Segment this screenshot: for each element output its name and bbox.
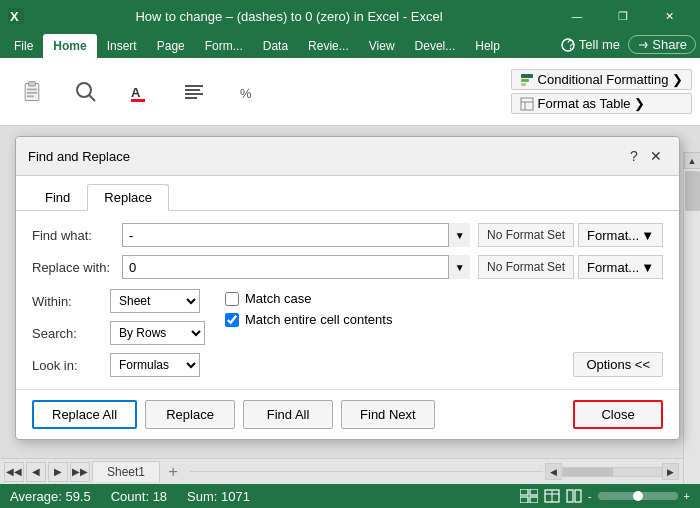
page-layout-icon[interactable] xyxy=(544,489,560,503)
find-format-group: No Format Set Format... ▼ xyxy=(478,223,663,247)
svg-rect-18 xyxy=(521,74,533,78)
close-window-button[interactable]: ✕ xyxy=(646,0,692,32)
svg-text:?: ? xyxy=(567,38,574,52)
tab-developer[interactable]: Devel... xyxy=(405,34,466,58)
match-cell-label: Match entire cell contents xyxy=(245,312,392,327)
svg-rect-27 xyxy=(530,497,538,503)
close-dialog-button[interactable]: Close xyxy=(573,400,663,429)
find-what-input[interactable] xyxy=(122,223,470,247)
match-cell-row: Match entire cell contents xyxy=(225,312,663,327)
svg-rect-6 xyxy=(27,88,37,90)
replace-input-dropdown[interactable]: ▼ xyxy=(448,255,470,279)
find-all-button[interactable]: Find All xyxy=(243,400,333,429)
svg-rect-31 xyxy=(567,490,573,502)
ribbon-body: A % Conditional Formatting ❯ xyxy=(0,58,700,126)
share-button[interactable]: Share xyxy=(628,35,696,54)
svg-text:A: A xyxy=(131,85,141,100)
grid-view-icon[interactable] xyxy=(520,489,538,503)
status-count: Count: 18 xyxy=(111,489,167,504)
replace-no-format-badge: No Format Set xyxy=(478,255,574,279)
find-format-button[interactable]: Format... ▼ xyxy=(578,223,663,247)
find-next-button[interactable]: Find Next xyxy=(341,400,435,429)
dialog-body: Find what: ▼ No Format Set Format... ▼ xyxy=(16,211,679,389)
match-case-checkbox[interactable] xyxy=(225,292,239,306)
status-right-group: - + xyxy=(520,489,690,503)
replace-all-button[interactable]: Replace All xyxy=(32,400,137,429)
zoom-minus[interactable]: - xyxy=(588,490,592,502)
svg-point-9 xyxy=(77,83,91,97)
dialog-title-text: Find and Replace xyxy=(28,149,623,164)
options-less-button[interactable]: Options << xyxy=(573,352,663,377)
status-sum: Sum: 1071 xyxy=(187,489,250,504)
options-right-group: Match case Match entire cell contents xyxy=(225,289,663,327)
replace-with-row: Replace with: ▼ No Format Set Format... … xyxy=(32,255,663,279)
paste-button[interactable] xyxy=(8,65,56,119)
tab-home[interactable]: Home xyxy=(43,34,96,58)
content-area: ▲ ◀◀ ◀ ▶ ▶▶ Sheet1 + ◀ ▶ xyxy=(0,126,700,508)
find-input-wrap: ▼ xyxy=(122,223,470,247)
tab-file[interactable]: File xyxy=(4,34,43,58)
tab-insert[interactable]: Insert xyxy=(97,34,147,58)
tab-find[interactable]: Find xyxy=(28,184,87,211)
dialog-tabs: Find Replace xyxy=(16,176,679,211)
zoom-slider-thumb[interactable] xyxy=(633,491,643,501)
restore-button[interactable]: ❐ xyxy=(600,0,646,32)
zoom-slider[interactable] xyxy=(598,492,678,500)
tab-format[interactable]: Form... xyxy=(195,34,253,58)
search-label: Search: xyxy=(32,326,102,341)
replace-with-input[interactable] xyxy=(122,255,470,279)
svg-rect-20 xyxy=(521,83,526,86)
dialog-close-title-button[interactable]: ✕ xyxy=(645,145,667,167)
align-button[interactable] xyxy=(170,65,218,119)
svg-text:X: X xyxy=(10,9,19,24)
svg-text:%: % xyxy=(240,86,252,101)
lookin-select[interactable]: Formulas Values Comments xyxy=(110,353,200,377)
dialog-buttons-row: Replace All Replace Find All Find Next C… xyxy=(16,389,679,439)
replace-format-button[interactable]: Format... ▼ xyxy=(578,255,663,279)
svg-rect-25 xyxy=(530,489,538,495)
svg-rect-12 xyxy=(131,99,145,102)
lookin-label: Look in: xyxy=(32,358,102,373)
within-select[interactable]: Sheet Workbook xyxy=(110,289,200,313)
status-bar: Average: 59.5 Count: 18 Sum: 1071 - xyxy=(0,484,700,508)
search-row: Search: By Rows By Columns xyxy=(32,321,205,345)
tab-view[interactable]: View xyxy=(359,34,405,58)
app-window: X How to change – (dashes) to 0 (zero) i… xyxy=(0,0,700,508)
find-replace-dialog: Find and Replace ? ✕ Find Replace Find w… xyxy=(15,136,680,440)
find-what-label: Find what: xyxy=(32,228,122,243)
search-select[interactable]: By Rows By Columns xyxy=(110,321,205,345)
dialog-help-button[interactable]: ? xyxy=(623,145,645,167)
app-icon: X xyxy=(8,8,24,24)
match-cell-checkbox[interactable] xyxy=(225,313,239,327)
percent-button[interactable]: % xyxy=(224,65,272,119)
find-input-dropdown[interactable]: ▼ xyxy=(448,223,470,247)
find-no-format-badge: No Format Set xyxy=(478,223,574,247)
lookin-row: Look in: Formulas Values Comments xyxy=(32,353,205,377)
svg-rect-26 xyxy=(520,497,528,503)
options-left-group: Within: Sheet Workbook Search: By Rows xyxy=(32,289,205,377)
font-color-button[interactable]: A xyxy=(116,65,164,119)
tell-me-input[interactable]: ? Tell me xyxy=(561,37,620,53)
svg-rect-5 xyxy=(29,81,36,85)
tab-data[interactable]: Data xyxy=(253,34,298,58)
tab-review[interactable]: Revie... xyxy=(298,34,359,58)
zoom-plus[interactable]: + xyxy=(684,490,690,502)
format-as-table-button[interactable]: Format as Table ❯ xyxy=(511,93,692,114)
minimize-button[interactable]: — xyxy=(554,0,600,32)
replace-format-group: No Format Set Format... ▼ xyxy=(478,255,663,279)
tab-page[interactable]: Page xyxy=(147,34,195,58)
svg-rect-19 xyxy=(521,79,529,82)
tab-help[interactable]: Help xyxy=(465,34,510,58)
replace-button[interactable]: Replace xyxy=(145,400,235,429)
within-label: Within: xyxy=(32,294,102,309)
page-break-icon[interactable] xyxy=(566,489,582,503)
ribbon-right-group: Conditional Formatting ❯ Format as Table… xyxy=(511,69,692,114)
status-average: Average: 59.5 xyxy=(10,489,91,504)
replace-input-wrap: ▼ xyxy=(122,255,470,279)
find-what-row: Find what: ▼ No Format Set Format... ▼ xyxy=(32,223,663,247)
conditional-formatting-button[interactable]: Conditional Formatting ❯ xyxy=(511,69,692,90)
options-section: Within: Sheet Workbook Search: By Rows xyxy=(32,289,663,377)
svg-line-10 xyxy=(89,95,95,101)
tab-replace[interactable]: Replace xyxy=(87,184,169,211)
search-button[interactable] xyxy=(62,65,110,119)
